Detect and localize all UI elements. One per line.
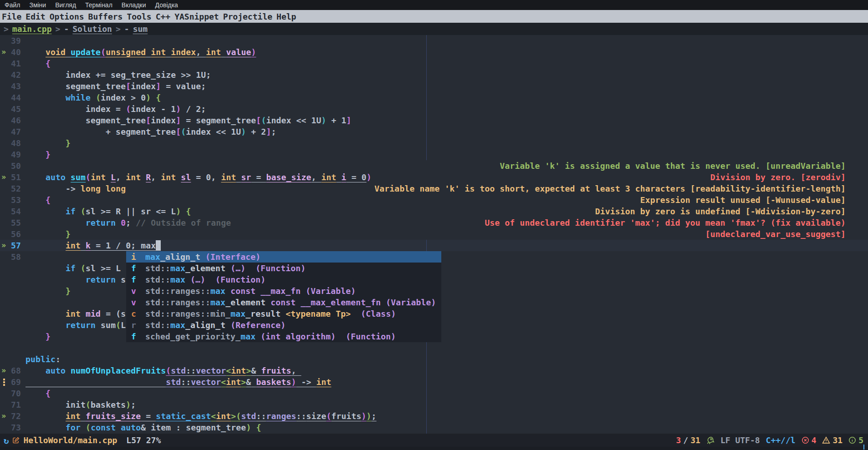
code-text: -> long long <box>26 183 126 194</box>
breadcrumb-file[interactable]: main.cpp <box>12 24 52 34</box>
code-line[interactable]: 48 } <box>0 137 868 149</box>
code-token: auto <box>46 172 66 182</box>
menu-item[interactable]: Projectile <box>223 12 272 21</box>
menu-item[interactable]: Help <box>276 12 296 21</box>
major-mode[interactable]: C++//l <box>766 435 796 445</box>
inline-diagnostic: [undeclared_var_use_suggest] <box>705 228 846 240</box>
completion-token: _align_t <box>160 252 200 262</box>
code-line[interactable]: 71 init(baskets); <box>0 399 868 410</box>
code-token: :: <box>186 366 196 375</box>
code-line[interactable]: 49 } <box>0 149 868 160</box>
code-line[interactable]: 39 <box>0 35 868 46</box>
code-line[interactable]: public: <box>0 354 868 365</box>
code-token <box>26 93 66 102</box>
code-line[interactable]: 72» int fruits_size = static_cast<int>(s… <box>0 410 868 422</box>
completion-item[interactable]: vstd::ranges::max const __max_fn (Variab… <box>126 285 441 297</box>
code-text: segment_tree[index] = value; <box>26 81 206 92</box>
code-text: int fruits_size = static_cast<int>(std::… <box>26 410 377 422</box>
code-line[interactable]: 55 return 0; // Outside of rangeUse of u… <box>0 217 868 228</box>
terminal-menu-item[interactable]: Вигляд <box>55 1 76 9</box>
code-token <box>26 320 66 330</box>
code-line[interactable]: 45 index = (index - 1) / 2; <box>0 103 868 115</box>
menu-item[interactable]: Options <box>50 12 84 21</box>
code-line[interactable] <box>0 342 868 354</box>
code-text: } <box>26 285 71 297</box>
code-line[interactable]: 52 -> long longVariable name 'k' is too … <box>0 183 868 194</box>
terminal-menu-item[interactable]: Зміни <box>29 1 46 9</box>
completion-label: std::max_align_t (Reference) <box>145 319 286 331</box>
menu-item[interactable]: YASnippet <box>174 12 219 21</box>
code-token: -> <box>26 184 81 193</box>
line-number: 70 <box>0 388 21 399</box>
code-line[interactable]: 40» void update(unsigned int index, int … <box>0 46 868 58</box>
code-line[interactable]: 50Variable 'k' is assigned a value that … <box>0 160 868 172</box>
code-line[interactable]: 44 while (index > 0) { <box>0 92 868 103</box>
code-text: + segment_tree[(index << 1U) + 2]; <box>26 126 276 137</box>
terminal-menu-item[interactable]: Вкладки <box>122 1 146 9</box>
menu-item[interactable]: Buffers <box>88 12 123 21</box>
code-text: int k = 1 / 0; max <box>26 240 156 251</box>
completion-token: <typename Tp> <box>281 309 351 319</box>
code-token: ) <box>291 377 296 387</box>
code-token: & <box>141 423 146 432</box>
completion-item[interactable]: fstd::max (…) (Function) <box>126 274 441 285</box>
code-line[interactable]: 69 std::vector<int>& baskets) -> int <box>0 376 868 388</box>
code-line[interactable]: 56 }[undeclared_var_use_suggest] <box>0 228 868 240</box>
completion-item[interactable]: fstd::max_element (…) (Function) <box>126 263 441 274</box>
code-line[interactable]: 43 segment_tree[index] = value; <box>0 81 868 92</box>
code-text: auto numOfUnplacedFruits(std::vector<int… <box>26 365 301 376</box>
terminal-menu-item[interactable]: Термінал <box>85 1 112 9</box>
completion-item[interactable]: fsched_get_priority_max (int algorithm) … <box>126 331 441 342</box>
breadcrumb-function[interactable]: sum <box>133 24 148 34</box>
menu-item[interactable]: Edit <box>26 12 45 21</box>
code-token: sl >= R || sr <= L <box>86 207 176 216</box>
breadcrumb-class[interactable]: Solution <box>72 24 112 34</box>
code-line[interactable]: 70 { <box>0 388 868 399</box>
menu-item[interactable]: Tools <box>127 12 151 21</box>
text-cursor <box>156 240 161 251</box>
code-line[interactable]: 46 segment_tree[index] = segment_tree[(i… <box>0 115 868 126</box>
code-line[interactable]: 53 {Expression result unused [-Wunused-v… <box>0 194 868 206</box>
code-line[interactable]: 54 if (sl >= R || sr <= L) {Division by … <box>0 206 868 217</box>
code-token: [ <box>256 116 261 125</box>
code-line[interactable]: 41 { <box>0 58 868 69</box>
code-line[interactable]: 57» int k = 1 / 0; max <box>0 240 868 251</box>
code-token <box>141 172 146 182</box>
line-number: 42 <box>0 69 21 81</box>
info-count-group[interactable]: 5 <box>848 435 863 445</box>
completion-item[interactable]: imax_align_t (Interface) <box>126 251 441 263</box>
code-token: ; <box>271 127 276 137</box>
code-line[interactable]: 68» auto numOfUnplacedFruits(std::vector… <box>0 365 868 376</box>
buffer-name[interactable]: HelloWorld/main.cpp <box>23 435 117 445</box>
code-token <box>81 309 86 319</box>
code-line[interactable]: 73 for (const auto& item : segment_tree)… <box>0 422 868 433</box>
completion-item[interactable]: vstd::ranges::max_element const __max_el… <box>126 297 441 308</box>
completion-item[interactable]: cstd::ranges::min_max_result <typename T… <box>126 308 441 319</box>
code-token: ; <box>372 411 377 421</box>
terminal-menu-item[interactable]: Файл <box>5 1 20 9</box>
terminal-menu-item[interactable]: Довідка <box>155 1 178 9</box>
completion-item[interactable]: rstd::max_align_t (Reference) <box>126 319 441 331</box>
error-count-group[interactable]: 4 <box>802 435 817 445</box>
menu-item[interactable]: C++ <box>156 12 171 21</box>
warning-count-group[interactable]: 31 <box>822 435 842 445</box>
code-token: -> <box>296 377 316 387</box>
editor-area[interactable]: 3940» void update(unsigned int index, in… <box>0 35 868 434</box>
code-token: return <box>86 218 116 228</box>
code-line[interactable]: 47 + segment_tree[(index << 1U) + 2]; <box>0 126 868 137</box>
code-token: s <box>116 275 126 284</box>
code-line[interactable]: 42 index += seg_tree_size >> 1U; <box>0 69 868 81</box>
code-token: } <box>26 138 71 148</box>
completion-token: (int algorithm) (Function) <box>255 332 396 341</box>
code-token: segment_tree <box>26 116 146 125</box>
line-number: 46 <box>0 115 21 126</box>
code-line[interactable]: 51» auto sum(int L, int R, int sl = 0, i… <box>0 172 868 183</box>
encoding[interactable]: LF UTF-8 <box>720 435 760 445</box>
warning-count: 31 <box>832 435 842 445</box>
completion-token: max <box>170 275 185 284</box>
fringe-marker-icon: » <box>1 365 6 376</box>
buffer-modified-icon[interactable] <box>12 437 20 444</box>
code-token: { <box>46 389 51 398</box>
code-token: = (s <box>101 309 126 319</box>
menu-item[interactable]: File <box>2 12 21 21</box>
